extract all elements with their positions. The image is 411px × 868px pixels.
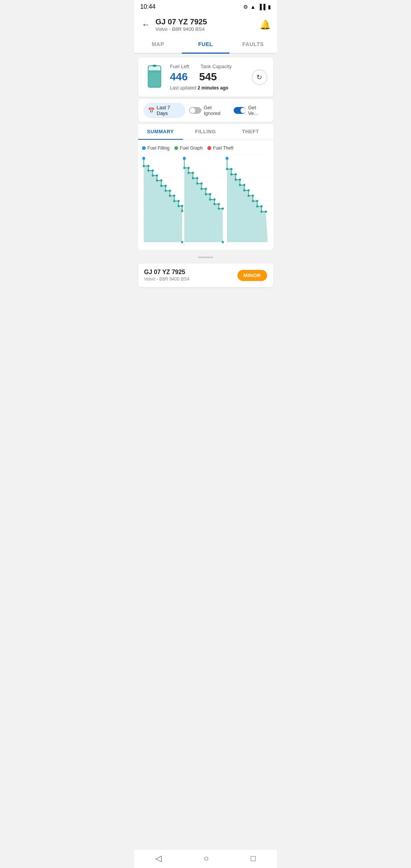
header-title-block: GJ 07 YZ 7925 Volvo - B8R 9400 BS4 bbox=[156, 18, 260, 32]
get-verified-switch[interactable] bbox=[234, 107, 246, 114]
svg-point-64 bbox=[239, 184, 241, 186]
bottom-card-info: GJ 07 YZ 7925 Volvo - B8R 9400 BS4 bbox=[144, 269, 190, 282]
bottom-vehicle-model: Volvo - B8R 9400 BS4 bbox=[144, 276, 190, 282]
svg-point-45 bbox=[200, 188, 202, 190]
date-filter-label: Last 7 Days bbox=[157, 105, 181, 116]
svg-point-14 bbox=[142, 157, 145, 160]
svg-point-41 bbox=[192, 177, 194, 179]
svg-point-73 bbox=[260, 205, 263, 207]
svg-point-54 bbox=[221, 207, 224, 210]
svg-point-34 bbox=[181, 241, 183, 243]
status-time: 10:44 bbox=[140, 3, 156, 10]
svg-point-30 bbox=[177, 200, 180, 202]
svg-point-36 bbox=[183, 157, 186, 160]
legend-theft-dot bbox=[207, 146, 211, 150]
svg-point-66 bbox=[243, 189, 245, 191]
battery-icon: ▮ bbox=[268, 4, 271, 10]
get-verified-toggle[interactable]: Get Ve... bbox=[232, 103, 268, 118]
svg-point-27 bbox=[169, 195, 171, 197]
svg-point-72 bbox=[256, 205, 258, 207]
svg-point-21 bbox=[156, 179, 158, 182]
svg-point-74 bbox=[260, 211, 263, 213]
svg-point-57 bbox=[225, 157, 228, 160]
svg-point-26 bbox=[169, 190, 171, 192]
sub-tab-filling[interactable]: FILLING bbox=[183, 124, 228, 140]
svg-point-59 bbox=[230, 168, 233, 170]
svg-point-47 bbox=[205, 193, 207, 195]
svg-point-37 bbox=[183, 167, 185, 169]
legend-graph-label: Fuel Graph bbox=[180, 145, 203, 151]
svg-point-46 bbox=[205, 188, 207, 190]
legend-filling-label: Fuel Filling bbox=[148, 145, 170, 151]
tab-faults[interactable]: FAULTS bbox=[229, 36, 277, 53]
fuel-chart bbox=[142, 155, 269, 246]
pull-handle bbox=[134, 254, 277, 261]
svg-point-19 bbox=[151, 174, 154, 177]
minor-badge[interactable]: MINOR bbox=[237, 270, 267, 281]
wifi-icon: ▲ bbox=[250, 4, 256, 10]
signal-icon: ▐▐ bbox=[258, 4, 266, 10]
settings-icon: ⚙ bbox=[243, 4, 248, 10]
svg-point-15 bbox=[142, 165, 145, 167]
svg-point-28 bbox=[173, 195, 175, 197]
fuel-left-value: 446 bbox=[170, 71, 188, 83]
pull-handle-bar bbox=[198, 257, 213, 258]
svg-point-61 bbox=[234, 173, 237, 176]
svg-point-20 bbox=[156, 174, 158, 177]
vehicle-model: Volvo - B8R 9400 BS4 bbox=[156, 26, 260, 32]
svg-point-50 bbox=[213, 198, 215, 201]
fuel-info: Fuel Left Tank Capacity 446 545 Last upd… bbox=[170, 64, 247, 91]
svg-point-44 bbox=[200, 182, 202, 185]
svg-point-49 bbox=[209, 198, 211, 201]
refresh-icon: ↻ bbox=[256, 73, 262, 81]
svg-point-62 bbox=[234, 179, 237, 181]
main-tabs: MAP FUEL FAULTS bbox=[134, 36, 277, 54]
svg-point-22 bbox=[160, 179, 162, 182]
get-ignored-switch[interactable] bbox=[189, 107, 201, 114]
sub-tabs: SUMMARY FILLING THEFT bbox=[138, 124, 273, 140]
status-icons: ⚙ ▲ ▐▐ ▮ bbox=[243, 4, 271, 10]
refresh-button[interactable]: ↻ bbox=[252, 70, 267, 85]
tab-map[interactable]: MAP bbox=[134, 36, 182, 53]
svg-point-39 bbox=[187, 172, 190, 174]
last-updated-time: 2 minutes ago bbox=[198, 85, 228, 91]
svg-point-52 bbox=[218, 203, 220, 205]
svg-rect-1 bbox=[148, 70, 160, 87]
filter-bar: 📅 Last 7 Days Get Ignored Get Ve... bbox=[138, 99, 273, 122]
legend-filling-dot bbox=[142, 146, 146, 150]
svg-point-43 bbox=[196, 182, 198, 185]
svg-point-23 bbox=[160, 185, 162, 187]
svg-point-60 bbox=[230, 173, 233, 176]
fuel-tank-icon bbox=[144, 64, 165, 91]
back-button[interactable]: ← bbox=[140, 18, 152, 31]
svg-point-31 bbox=[177, 205, 180, 207]
svg-point-17 bbox=[147, 169, 150, 172]
date-filter-chip[interactable]: 📅 Last 7 Days bbox=[143, 103, 186, 118]
svg-point-24 bbox=[164, 185, 167, 187]
svg-point-18 bbox=[151, 169, 154, 172]
chart-container: Fuel Filling Fuel Graph Fuel Theft bbox=[138, 140, 273, 250]
legend-graph: Fuel Graph bbox=[174, 145, 203, 151]
fuel-left-label: Fuel Left bbox=[170, 64, 190, 69]
last-updated-text: Last updated 2 minutes ago bbox=[170, 85, 247, 91]
get-ignored-label: Get Ignored bbox=[204, 105, 228, 116]
tank-capacity-label: Tank Capacity bbox=[201, 64, 232, 69]
chart-legend: Fuel Filling Fuel Graph Fuel Theft bbox=[142, 145, 269, 151]
legend-filling: Fuel Filling bbox=[142, 145, 170, 151]
sub-tab-theft[interactable]: THEFT bbox=[228, 124, 273, 140]
get-ignored-toggle[interactable]: Get Ignored bbox=[188, 103, 230, 118]
tab-fuel[interactable]: FUEL bbox=[182, 36, 229, 54]
svg-point-58 bbox=[226, 168, 228, 170]
svg-rect-2 bbox=[148, 70, 160, 72]
svg-point-63 bbox=[239, 179, 241, 181]
svg-point-71 bbox=[256, 200, 258, 202]
sub-tab-summary[interactable]: SUMMARY bbox=[138, 124, 183, 140]
bottom-card: GJ 07 YZ 7925 Volvo - B8R 9400 BS4 MINOR bbox=[138, 263, 273, 287]
svg-point-32 bbox=[181, 205, 183, 207]
calendar-icon: 📅 bbox=[148, 107, 155, 113]
legend-theft-label: Fuel Theft bbox=[213, 145, 234, 151]
notification-bell-icon[interactable]: 🔔 bbox=[260, 19, 271, 30]
svg-rect-4 bbox=[152, 65, 157, 66]
get-verified-label: Get Ve... bbox=[248, 105, 266, 116]
tank-capacity-value: 545 bbox=[199, 71, 217, 83]
